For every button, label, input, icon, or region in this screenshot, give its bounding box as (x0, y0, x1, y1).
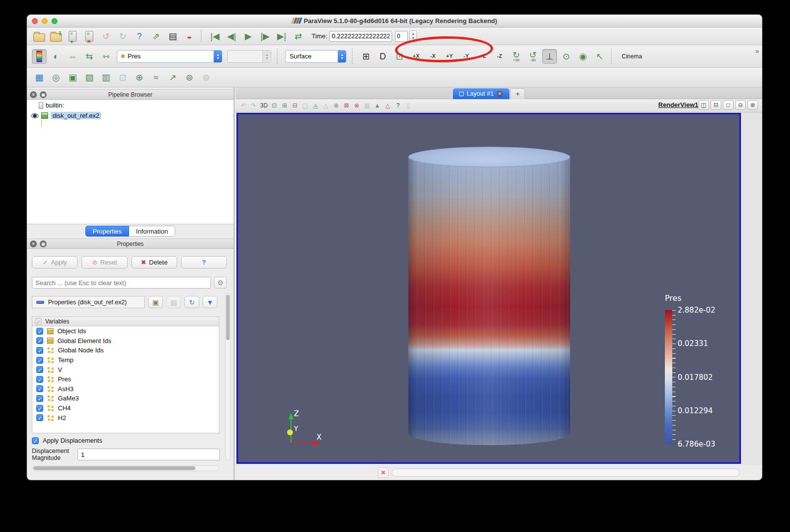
set-view-minus-z-icon[interactable]: -Z (492, 49, 507, 64)
split-vertical-button[interactable]: ⊟ (711, 100, 721, 110)
warp-by-vector-icon[interactable]: ↗ (165, 70, 180, 85)
set-solid-color-icon[interactable]: ◐ (49, 49, 63, 64)
dataset-surface-top[interactable] (408, 147, 570, 167)
restore-defaults-button[interactable]: ↻ (184, 296, 199, 308)
close-layout-icon[interactable]: ✕ (497, 91, 503, 97)
first-frame-button[interactable]: |◀ (208, 29, 222, 44)
variable-checkbox[interactable]: ✓ (36, 357, 43, 364)
representation-combo[interactable]: Surface ▲▼ (285, 50, 346, 63)
show-center-icon[interactable]: ⊙ (559, 49, 574, 64)
calculator-icon[interactable]: ▦ (32, 70, 47, 85)
time-step-spinner[interactable]: ▲▼ (409, 30, 417, 42)
apply-button[interactable]: ✓Apply (32, 256, 78, 268)
rotate-90-ccw-icon[interactable]: ↺-90 (526, 49, 540, 64)
select-points-on-icon[interactable]: ⊟ (290, 101, 300, 110)
properties-horizontal-scrollbar[interactable] (32, 465, 219, 471)
rescale-data-range-icon[interactable]: ⇔ (65, 49, 80, 64)
apply-displacements-row[interactable]: ✓ Apply Displacements (32, 437, 102, 444)
maximize-view-button[interactable]: □ (723, 100, 734, 110)
title-bar[interactable]: ParaView 5.1.0-80-g4d6d016 64-bit (Legac… (27, 15, 762, 27)
last-frame-button[interactable]: ▶| (274, 29, 289, 44)
float-view-button[interactable]: ⊖ (735, 100, 746, 110)
color-legend[interactable]: Pres 2.882e-020.023310.0178020.0122946.7… (658, 293, 737, 451)
close-dock-icon[interactable]: ✕ (30, 91, 37, 98)
adjust-camera-icon[interactable]: ⊡ (269, 101, 279, 110)
variable-checkbox[interactable]: ✓ (36, 337, 43, 344)
contour-icon[interactable]: ◎ (49, 70, 63, 85)
reset-center-icon[interactable]: ◉ (576, 49, 590, 64)
variables-header[interactable]: ✓ Variables (32, 317, 219, 326)
variable-row-temp[interactable]: ✓Temp (32, 355, 219, 365)
time-value-field[interactable] (329, 31, 392, 42)
clip-icon[interactable]: ▣ (65, 70, 80, 85)
pipeline-item-disk-out-ref[interactable]: disk_out_ref.ex2 (27, 110, 234, 121)
save-defaults-button[interactable]: ▼ (203, 296, 217, 308)
float-dock-icon[interactable]: ▣ (40, 240, 47, 247)
rescale-visible-range-icon[interactable]: ⇿ (99, 49, 113, 64)
variables-header-checkbox[interactable]: ✓ (35, 318, 42, 325)
variable-row-pres[interactable]: ✓Pres (32, 374, 219, 384)
variable-row-ch4[interactable]: ✓CH4 (32, 403, 219, 413)
set-view-minus-x-icon[interactable]: -X (425, 49, 440, 64)
zoom-to-data-icon[interactable]: D (375, 49, 390, 64)
variable-row-v[interactable]: ✓V (32, 365, 219, 374)
grow-selection-icon[interactable]: ▲ (372, 101, 382, 110)
render-viewport[interactable]: Pres 2.882e-020.023310.0178020.0122946.7… (237, 113, 740, 463)
variable-checkbox[interactable]: ✓ (36, 395, 43, 402)
reset-camera-icon[interactable]: ⊞ (359, 49, 373, 64)
help-button[interactable]: ? (181, 256, 227, 268)
set-view-plus-y-icon[interactable]: +Y (442, 49, 457, 64)
select-frustum-cells-icon[interactable]: ◬ (311, 101, 320, 110)
variable-checkbox[interactable]: ✓ (36, 414, 43, 421)
extract-subset-icon[interactable]: ⊡ (115, 70, 130, 85)
variable-checkbox[interactable]: ✓ (36, 347, 43, 354)
ungroup-icon[interactable]: ⊚ (199, 70, 213, 85)
variable-checkbox[interactable]: ✓ (36, 366, 43, 373)
group-datasets-icon[interactable]: ⊚ (182, 70, 197, 85)
variable-checkbox[interactable]: ✓ (36, 385, 43, 392)
variable-row-global-node-ids[interactable]: ✓Global Node Ids (32, 346, 219, 355)
camera-redo-icon[interactable]: ↷ (249, 101, 259, 110)
save-data-icon[interactable]: ⇩ (49, 29, 63, 44)
select-cells-polygon-icon[interactable]: ⬚ (300, 101, 310, 110)
tab-information[interactable]: Information (129, 226, 175, 237)
zoom-to-box-icon[interactable]: ⊡ (392, 49, 407, 64)
scrollbar-thumb[interactable] (33, 466, 195, 470)
selection-help-icon[interactable]: ? (393, 101, 403, 110)
tab-properties[interactable]: Properties (85, 226, 129, 237)
pick-center-icon[interactable]: ↖ (592, 49, 607, 64)
open-file-icon[interactable] (32, 29, 47, 44)
color-palette-icon[interactable]: ◒ (182, 29, 197, 44)
variable-row-game3[interactable]: ✓GaMe3 (32, 394, 219, 403)
help-icon[interactable]: ? (132, 29, 147, 44)
set-view-plus-x-icon[interactable]: +X (409, 49, 423, 64)
loop-button[interactable]: ⇄ (291, 29, 306, 44)
hover-points-icon[interactable]: ▨ (362, 101, 372, 110)
redo-icon[interactable]: ↻ (115, 29, 130, 44)
color-array-combo[interactable]: Pres ▲▼ (117, 50, 222, 63)
copy-properties-button[interactable]: ▣ (148, 296, 163, 308)
slice-icon[interactable]: ▨ (82, 70, 97, 85)
add-layout-tab[interactable]: + (510, 88, 525, 99)
close-dock-icon[interactable]: ✕ (30, 240, 37, 247)
toggle-2d3d-button[interactable]: 3D (259, 101, 269, 110)
disconnect-server-icon[interactable]: ✕ (82, 29, 97, 44)
tab-layout-1[interactable]: Layout #1 ✕ (453, 88, 509, 99)
interactive-select-cells-icon[interactable]: ⊠ (342, 101, 351, 110)
render-view-title[interactable]: RenderView1 (658, 101, 698, 108)
auto-apply-icon[interactable]: ⇗ (149, 29, 163, 44)
edit-color-map-icon[interactable] (32, 49, 47, 64)
time-step-field[interactable] (395, 31, 408, 42)
set-view-minus-y-icon[interactable]: -Y (459, 49, 474, 64)
variable-row-h2[interactable]: ✓H2 (32, 413, 219, 423)
rescale-custom-range-icon[interactable]: ⇆ (82, 49, 97, 64)
show-orientation-axes-icon[interactable]: ⊥ (542, 49, 557, 64)
connect-server-icon[interactable]: ● (65, 29, 80, 44)
variable-row-object-ids[interactable]: ✓Object Ids (32, 326, 219, 336)
close-view-button[interactable]: ⊗ (747, 100, 758, 110)
rotate-90-cw-icon[interactable]: ↻+90 (509, 49, 524, 64)
undo-icon[interactable]: ↺ (99, 29, 113, 44)
component-combo[interactable]: ▲▼ (227, 50, 271, 63)
properties-section-header[interactable]: Properties (disk_out_ref.ex2) (32, 296, 145, 308)
displacement-magnitude-field[interactable] (78, 449, 220, 460)
